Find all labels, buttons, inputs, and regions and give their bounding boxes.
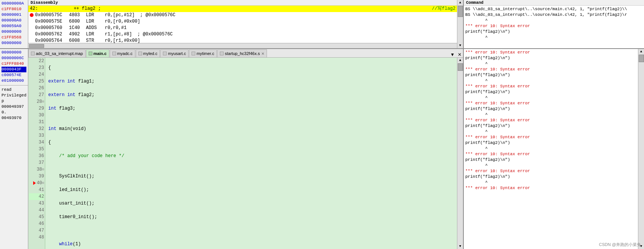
cmd-line: printf("flag2)\n")	[465, 123, 642, 129]
dis-addr: 0x00005760	[35, 25, 69, 31]
cmd-line: ^	[465, 163, 642, 168]
code-line: int main(void)	[48, 125, 454, 132]
line-num: 48	[29, 234, 44, 241]
line-num: 45	[29, 214, 44, 220]
cmd-line: ^	[465, 18, 642, 23]
dis-hscroll[interactable]	[28, 43, 457, 48]
addr-item: c000574E	[2, 72, 26, 78]
dis-ops: r1,[pc,#8] ; @0x0000576C	[105, 31, 455, 38]
line-num: 25	[29, 78, 44, 85]
addr-item: 00000000	[2, 40, 26, 46]
cmd-line: BS \\adc_03_sa_interrupt\..\source/main.…	[465, 6, 642, 12]
scroll-thumb[interactable]	[458, 63, 463, 71]
addr-item: 00000000	[2, 29, 26, 35]
addr-item-selected: 0000043F	[2, 67, 26, 72]
dis-row: 0x00005764 6008 STR r0,[r1,#0x00]	[28, 38, 457, 43]
cmd-error-line: *** error 10: Syntax error	[465, 84, 642, 89]
line-num: 30	[29, 112, 44, 119]
code-line: /* add your code here */	[48, 153, 454, 159]
cmd-line: printf("flag2)\n")	[465, 106, 642, 112]
code-line: timer0_init();	[48, 214, 454, 220]
line-num: 26	[29, 85, 44, 92]
code-vscroll[interactable]: ▲ ▼	[457, 58, 463, 249]
tab-mytimer[interactable]: mytimer.c	[189, 49, 217, 57]
line-num: 31	[29, 119, 44, 125]
cmd-line: ^	[465, 112, 642, 118]
tab-label: myusart.c	[168, 51, 186, 56]
cmd-line: ^	[465, 146, 642, 151]
line-num: 32	[29, 125, 44, 132]
info-items: read Privileged p 000049397 0. 00493970	[0, 86, 28, 122]
dis-addr: 0x0000575C	[35, 12, 69, 18]
cmd-line: printf("flag2)\n")	[465, 174, 642, 180]
line-num: 42	[29, 193, 44, 200]
cmd-vscroll[interactable]: ▲ ▼	[638, 49, 644, 249]
line-num: 44	[29, 207, 44, 214]
dis-vscroll[interactable]: ▲ ▼	[457, 0, 463, 48]
line-num: 39	[29, 173, 44, 180]
tab-label: myled.c	[143, 51, 158, 56]
addr-item: 00000000A	[2, 1, 26, 6]
tab-myled[interactable]: myled.c	[136, 49, 160, 57]
tab-map[interactable]: adc_03_sa_interrupt.map	[28, 49, 86, 57]
cmd-line: ^	[465, 95, 642, 101]
tab-myusart[interactable]: myusart.c	[160, 49, 189, 57]
dis-row: 0x0000575E 6800 LDR r0,[r0,#0x00]	[28, 18, 457, 25]
line-num: 43	[29, 200, 44, 207]
code-content[interactable]: { extern int flag1; extern int flag2; in…	[45, 58, 457, 249]
line-num: 41	[29, 186, 44, 193]
cmd-line: ^	[465, 129, 642, 134]
command-title: Command	[466, 0, 483, 5]
code-line: usart_init();	[48, 200, 454, 207]
tab-mainc[interactable]: main.c	[86, 49, 109, 57]
dis-hex: 1C40	[69, 25, 86, 31]
cmd-line: printf("flag2)\n")	[465, 72, 642, 78]
cmd-line: printf("flag2)\n")	[465, 89, 642, 95]
dis-ops: r0,[r1,#0x00]	[105, 38, 455, 43]
tab-file-icon	[163, 52, 167, 55]
tab-startup[interactable]: startup_hc32f46x.s ✕	[217, 49, 267, 57]
dis-line-num: 42:	[30, 6, 41, 12]
cmd-line: printf("flag2)\n")	[465, 55, 642, 61]
editor-area: adc_03_sa_interrupt.map main.c myadc.c m…	[28, 49, 463, 249]
cmd-line: ^	[465, 78, 642, 84]
tab-label: main.c	[94, 51, 107, 56]
line-num: 29	[29, 105, 44, 112]
cmd-error-line: *** error 10: Syntax error	[465, 23, 642, 29]
cmd-line: BS \\adc_03_sa_interrupt\..\source/main.…	[465, 12, 642, 18]
tab-myadc[interactable]: myadc.c	[110, 49, 135, 57]
line-num: 47	[29, 227, 44, 234]
dis-mnem: LDR	[86, 18, 105, 25]
code-line: extern int flag2;	[48, 92, 454, 98]
dis-ops: r0,r0,#1	[105, 25, 455, 31]
dis-highlighted-row: 42: ++ flag2 ; //写flag2	[28, 6, 457, 12]
scroll-up[interactable]: ▲	[459, 58, 461, 63]
line-num: 23	[29, 64, 44, 71]
addr-item: 00000001	[2, 12, 26, 18]
tab-file-icon	[138, 52, 142, 55]
dis-ops: r0,[pc,#12] ; @0x0000576C	[105, 12, 455, 18]
dis-addr: 0x00005762	[35, 31, 69, 38]
tab-file-icon	[89, 52, 92, 55]
dis-hex: 4902	[69, 31, 86, 38]
tab-label: mytimer.c	[196, 51, 214, 56]
dis-content: ++ flag2 ;	[41, 6, 432, 12]
tabs-close-all[interactable]: ✕	[456, 52, 463, 57]
cmd-error-line: *** error 10: Syntax error	[465, 185, 642, 191]
dis-mnem: ADDS	[86, 25, 105, 31]
addr-item: 000000A0	[2, 18, 26, 23]
dis-hex: 6008	[69, 38, 86, 43]
code-editor: 22 23 24 25 26 27 28 ⊟ 29 30 31 32 33 34…	[28, 58, 463, 249]
watermark: CSDN @奔跑的小菜兔	[599, 242, 641, 247]
scroll-down[interactable]: ▼	[459, 244, 461, 249]
line-num: 38 ⊟	[29, 166, 44, 173]
tab-label: myadc.c	[117, 51, 133, 56]
tab-file-icon	[220, 52, 224, 55]
cmd-error-line: *** error 10: Syntax error	[465, 151, 642, 157]
line-num: 36	[29, 153, 44, 159]
addr-item: 000059A0	[2, 23, 26, 29]
tabs-dropdown[interactable]: ▼	[449, 52, 456, 57]
dis-mnem: LDR	[86, 12, 105, 18]
tab-close-button[interactable]: ✕	[261, 52, 264, 56]
tab-file-icon	[31, 52, 35, 55]
